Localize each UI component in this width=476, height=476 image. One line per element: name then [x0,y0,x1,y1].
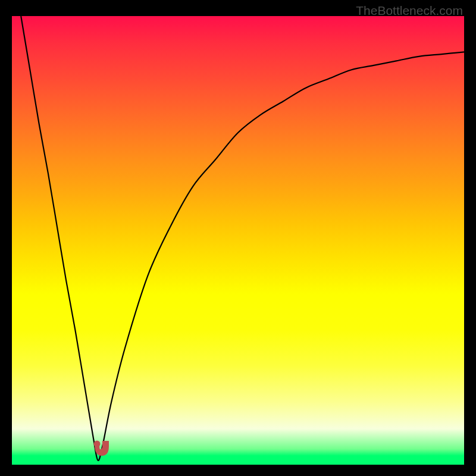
watermark-text: TheBottleneck.com [356,4,463,18]
gradient-background [12,16,464,465]
plot-area [12,16,464,465]
chart-frame: TheBottleneck.com [0,0,476,476]
